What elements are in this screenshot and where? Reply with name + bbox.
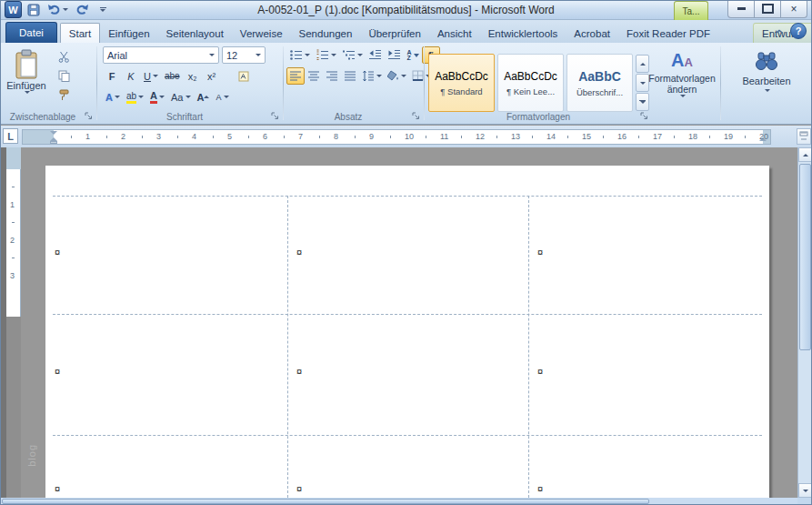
tab-layout[interactable]: Layout [806, 24, 812, 43]
table-cell[interactable]: ¤ [296, 365, 302, 378]
table-cell[interactable]: ¤ [296, 482, 302, 495]
redo-button[interactable] [73, 2, 91, 18]
change-case-button[interactable]: Aa [168, 88, 193, 106]
style-kein-leerraum[interactable]: AaBbCcDc ¶ Kein Lee... [497, 54, 564, 112]
zwischenablage-dialog-launcher[interactable] [84, 111, 94, 121]
table-cell[interactable]: ¤ [55, 246, 60, 258]
tab-start[interactable]: Start [60, 23, 100, 43]
schriftart-dialog-launcher[interactable] [270, 111, 280, 121]
cut-button[interactable] [55, 48, 73, 66]
sort-button[interactable]: AZ [404, 46, 422, 64]
justify-icon [344, 70, 356, 82]
tab-ansicht[interactable]: Ansicht [429, 24, 480, 43]
editing-group-label: Bearbeiten [742, 76, 790, 86]
file-tab[interactable]: Datei [5, 22, 57, 43]
subscript-button[interactable]: x₂ [184, 67, 202, 85]
multilevel-list-icon [342, 49, 356, 61]
tab-einfuegen[interactable]: Einfügen [100, 24, 157, 43]
scroll-up-button[interactable] [798, 147, 812, 162]
qat-customize-button[interactable] [94, 2, 112, 18]
numbering-button[interactable] [313, 46, 339, 64]
table-cell[interactable]: ¤ [537, 482, 543, 495]
font-size-combo[interactable]: 12 [222, 46, 266, 64]
absatz-dialog-launcher[interactable] [411, 111, 421, 121]
font-name-combo[interactable]: Arial [103, 46, 219, 64]
align-right-button[interactable] [323, 67, 341, 85]
align-center-button[interactable] [305, 67, 323, 85]
character-shading-button[interactable] [235, 67, 253, 85]
justify-button[interactable] [341, 67, 359, 85]
table-tools-contextual-header[interactable]: Ta... [674, 1, 708, 20]
h-ruler-number: 4 [192, 132, 196, 141]
vertical-scrollbar-thumb[interactable] [799, 164, 811, 350]
h-ruler[interactable]: 1234567891011121314151617181920 [22, 129, 771, 145]
italic-button[interactable]: K [122, 67, 140, 85]
tab-verweise[interactable]: Verweise [232, 24, 291, 43]
change-styles-button[interactable]: AA Formatvorlagen ändern [652, 46, 712, 119]
tab-ueberpruefen[interactable]: Überprüfen [360, 24, 429, 43]
help-button[interactable]: ? [790, 23, 807, 39]
tab-acrobat[interactable]: Acrobat [566, 24, 618, 43]
style-gallery-down-button[interactable] [636, 74, 649, 92]
view-ruler-toggle-button[interactable] [797, 128, 811, 145]
first-line-indent-marker[interactable] [50, 131, 57, 135]
document-page[interactable]: ¤ ¤ ¤ ¤ ¤ ¤ ¤ ¤ ¤ [45, 166, 769, 498]
paste-button[interactable]: Einfügen [3, 45, 50, 120]
style-gallery-more-button[interactable] [636, 93, 649, 111]
undo-button[interactable] [45, 2, 70, 18]
grow-font-button[interactable]: A [195, 88, 213, 106]
vertical-scrollbar[interactable] [797, 147, 812, 498]
restore-button[interactable] [754, 0, 781, 18]
style-gallery-up-button[interactable] [636, 55, 649, 73]
tab-sendungen[interactable]: Sendungen [291, 24, 361, 43]
h-ruler-tick [390, 136, 391, 138]
table-cell[interactable]: ¤ [55, 365, 60, 378]
strikethrough-button[interactable]: abe [162, 67, 183, 85]
superscript-button[interactable]: x² [203, 67, 221, 85]
v-ruler[interactable]: 123 [6, 147, 21, 498]
table-column-border [528, 196, 529, 498]
bullets-button[interactable] [286, 46, 313, 64]
horizontal-scrollbar-thumb[interactable] [2, 499, 649, 504]
text-effects-button[interactable]: A [103, 88, 123, 106]
left-indent-marker[interactable] [50, 141, 57, 144]
h-ruler-tick [532, 136, 533, 138]
h-ruler-number: 2 [121, 132, 125, 141]
tab-seitenlayout[interactable]: Seitenlayout [158, 24, 232, 43]
document-canvas[interactable]: blog ¤ ¤ ¤ ¤ ¤ ¤ ¤ ¤ ¤ [21, 147, 797, 498]
formatvorlagen-dialog-launcher[interactable] [639, 111, 649, 121]
highlight-color-button[interactable]: ab [124, 88, 146, 106]
decrease-indent-button[interactable] [366, 46, 385, 64]
collapse-ribbon-button[interactable] [775, 25, 784, 36]
bold-button[interactable]: F [103, 67, 121, 85]
close-button[interactable]: × [780, 0, 807, 18]
font-color-button[interactable]: A [147, 88, 167, 106]
copy-button[interactable] [55, 67, 73, 85]
tab-foxit-reader-pdf[interactable]: Foxit Reader PDF [618, 24, 718, 43]
horizontal-scrollbar[interactable] [0, 498, 797, 505]
table-cell[interactable]: ¤ [537, 365, 543, 378]
multilevel-list-button[interactable] [339, 46, 366, 64]
style-ueberschrift[interactable]: AaBbC Überschrif... [566, 54, 633, 112]
table-cell[interactable]: ¤ [537, 246, 543, 258]
increase-indent-button[interactable] [385, 46, 404, 64]
format-painter-button[interactable] [55, 86, 73, 104]
word-app-icon[interactable]: W [5, 1, 22, 18]
table-cell[interactable]: ¤ [55, 482, 60, 495]
tab-stop-selector[interactable]: L [3, 128, 18, 144]
table-cell[interactable]: ¤ [296, 246, 302, 258]
change-case-dropdown-arrow [185, 96, 191, 98]
line-spacing-button[interactable] [359, 67, 385, 85]
tab-entwicklertools[interactable]: Entwicklertools [480, 24, 566, 43]
grow-font-arrow [204, 96, 209, 98]
shading-button[interactable] [385, 67, 409, 85]
style-name: ¶ Kein Lee... [506, 86, 555, 96]
editing-group-button[interactable]: Bearbeiten [732, 46, 801, 119]
align-left-button[interactable] [286, 67, 305, 85]
scroll-down-button[interactable] [798, 483, 812, 498]
minimize-button[interactable] [727, 0, 755, 18]
save-button[interactable] [25, 2, 43, 18]
shrink-font-button[interactable]: A [214, 88, 232, 106]
style-standard[interactable]: AaBbCcDc ¶ Standard [428, 54, 495, 112]
underline-button[interactable]: U [141, 67, 161, 85]
